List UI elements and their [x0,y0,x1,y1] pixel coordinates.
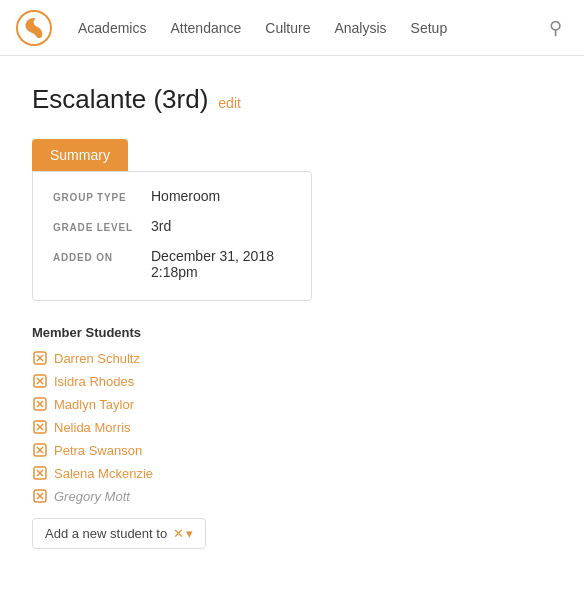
grade-level-value: 3rd [151,218,171,234]
add-student-label: Add a new student to [45,526,167,541]
remove-icon[interactable] [32,465,48,481]
remove-icon[interactable] [32,488,48,504]
summary-added-on-row: ADDED ON December 31, 2018 2:18pm [53,248,291,280]
list-item: Darren Schultz [32,350,552,366]
student-name[interactable]: Darren Schultz [54,351,140,366]
dropdown-icon: ▾ [186,526,193,541]
add-student-icons: ✕ ▾ [173,526,193,541]
student-name[interactable]: Gregory Mott [54,489,130,504]
clear-icon: ✕ [173,526,184,541]
nav-culture[interactable]: Culture [255,12,320,44]
list-item: Nelida Morris [32,419,552,435]
summary-card: GROUP TYPE Homeroom GRADE LEVEL 3rd ADDE… [32,171,312,301]
navbar: Academics Attendance Culture Analysis Se… [0,0,584,56]
list-item: Gregory Mott [32,488,552,504]
main-content: Escalante (3rd) edit Summary GROUP TYPE … [0,56,584,612]
remove-icon[interactable] [32,350,48,366]
page-title: Escalante (3rd) edit [32,84,552,115]
remove-icon[interactable] [32,419,48,435]
tab-summary[interactable]: Summary [32,139,128,171]
nav-analysis[interactable]: Analysis [324,12,396,44]
list-item: Petra Swanson [32,442,552,458]
summary-grade-level-row: GRADE LEVEL 3rd [53,218,291,234]
page-title-text: Escalante (3rd) [32,84,208,115]
tab-bar: Summary [32,139,552,171]
student-name[interactable]: Salena Mckenzie [54,466,153,481]
add-student-button[interactable]: Add a new student to ✕ ▾ [32,518,206,549]
nav-links: Academics Attendance Culture Analysis Se… [68,12,543,44]
nav-setup[interactable]: Setup [401,12,458,44]
group-type-value: Homeroom [151,188,220,204]
grade-level-label: GRADE LEVEL [53,222,135,233]
student-name[interactable]: Petra Swanson [54,443,142,458]
list-item: Salena Mckenzie [32,465,552,481]
list-item: Isidra Rhodes [32,373,552,389]
group-type-label: GROUP TYPE [53,192,135,203]
student-name[interactable]: Nelida Morris [54,420,131,435]
remove-icon[interactable] [32,396,48,412]
app-logo[interactable] [16,10,52,46]
student-list: Darren Schultz Isidra Rhodes Madlyn Tayl… [32,350,552,504]
added-on-value: December 31, 2018 2:18pm [151,248,291,280]
summary-group-type-row: GROUP TYPE Homeroom [53,188,291,204]
search-icon[interactable]: ⚲ [543,11,568,45]
list-item: Madlyn Taylor [32,396,552,412]
remove-icon[interactable] [32,373,48,389]
added-on-label: ADDED ON [53,252,135,263]
student-name[interactable]: Madlyn Taylor [54,397,134,412]
remove-icon[interactable] [32,442,48,458]
members-section-title: Member Students [32,325,552,340]
nav-academics[interactable]: Academics [68,12,156,44]
student-name[interactable]: Isidra Rhodes [54,374,134,389]
edit-link[interactable]: edit [218,95,241,111]
nav-attendance[interactable]: Attendance [160,12,251,44]
